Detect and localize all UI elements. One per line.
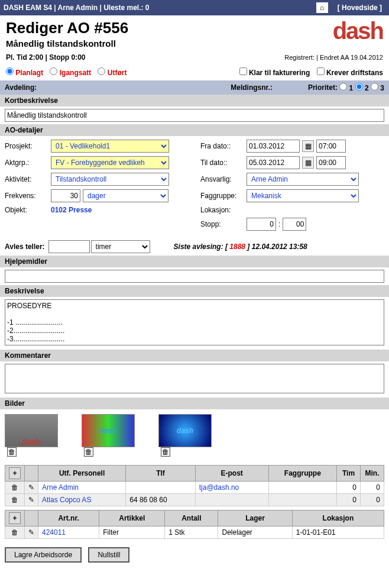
check-klar[interactable]: Klar til fakturering	[239, 69, 310, 77]
lagre-button[interactable]: Lagre Arbeidsorde	[5, 547, 82, 563]
frekvens-input[interactable]	[51, 189, 80, 202]
status-utfort[interactable]: Utført	[98, 69, 127, 77]
til-tid-input[interactable]	[316, 156, 346, 169]
avles-teller-label: Avles teller:	[5, 243, 45, 251]
aktivitet-select[interactable]: Tilstandskontroll	[51, 173, 169, 186]
kortbeskrivelse-input[interactable]	[5, 109, 384, 122]
edit-icon[interactable]: ✎	[25, 482, 38, 494]
frekvens-unit-select[interactable]: dager	[83, 189, 168, 202]
ao-detaljer-header: AO-detaljer	[0, 124, 389, 136]
aktivitet-label: Aktivitet:	[5, 175, 51, 183]
col-min: Min.	[361, 466, 384, 482]
add-row-button[interactable]: +	[9, 512, 21, 524]
pri-3[interactable]: 3	[371, 83, 384, 92]
table-row: 🗑 ✎ Atlas Copco AS 64 86 08 60 0 0	[5, 494, 384, 506]
hovedside-link[interactable]: [ Hovedside ]	[334, 2, 385, 13]
trash-icon[interactable]: 🗑	[84, 447, 93, 457]
table-row: 🗑 ✎ 424011 Filter 1 Stk Delelager 1-01-0…	[5, 526, 384, 539]
image-thumbnail[interactable]: dash	[5, 414, 58, 447]
col-utf: Utf. Personell	[38, 466, 126, 482]
image-thumbnail[interactable]: dash	[82, 414, 135, 447]
col-lokasjon: Lokasjon	[292, 511, 384, 526]
artnr-link[interactable]: 424011	[38, 526, 99, 539]
audit-info: Registrert: | Endret AA 19.04.2012	[284, 54, 383, 61]
avdeling-label: Avdeling:	[5, 83, 37, 92]
page-subtitle: Månedlig tilstandskontroll	[6, 38, 333, 49]
col-tim: Tim	[337, 466, 361, 482]
person-name[interactable]: Arne Admin	[38, 482, 126, 494]
lokasjon-label: Lokasjon:	[200, 206, 247, 214]
pri-1[interactable]: 1	[339, 83, 353, 92]
col-faggruppe: Faggruppe	[268, 466, 336, 482]
pri-2[interactable]: 2	[355, 83, 369, 92]
ansvarlig-select[interactable]: Arne Admin	[247, 173, 359, 186]
fra-dato-label: Fra dato::	[200, 142, 247, 150]
bilder-header: Bilder	[0, 398, 389, 409]
trash-icon[interactable]: 🗑	[5, 526, 25, 539]
topbar-title: DASH EAM S4 | Arne Admin | Uleste mel.: …	[4, 4, 150, 12]
avles-teller-input[interactable]	[48, 240, 90, 253]
kortbeskrivelse-header: Kortbeskrivelse	[0, 95, 389, 106]
trash-icon[interactable]: 🗑	[5, 482, 25, 494]
fra-dato-input[interactable]	[247, 140, 300, 153]
col-lager: Lager	[218, 511, 292, 526]
ansvarlig-label: Ansvarlig:	[200, 175, 247, 183]
home-icon[interactable]: ⌂	[316, 2, 328, 13]
col-antall: Antall	[165, 511, 218, 526]
stopp-label: Stopp:	[200, 220, 247, 228]
person-name[interactable]: Atlas Copco AS	[38, 494, 126, 506]
logo: dash	[333, 19, 383, 43]
hjelpemidler-header: Hjelpemidler	[0, 256, 389, 267]
time-info: Pl. Tid 2:00 | Stopp 0:00	[6, 53, 86, 62]
aktgrp-select[interactable]: FV - Forebyggende vedlikeh	[51, 156, 169, 169]
faggruppe-select[interactable]: Mekanisk	[247, 189, 359, 202]
nullstill-button[interactable]: Nullstill	[88, 547, 129, 563]
artikkel-table: + Art.nr. Artikkel Antall Lager Lokasjon…	[5, 510, 384, 539]
stopp-h-input[interactable]	[247, 218, 276, 231]
kommentarer-textarea[interactable]	[5, 364, 384, 393]
calendar-icon[interactable]: ▦	[302, 157, 314, 169]
personell-table: + Utf. Personell Tlf E-post Faggruppe Ti…	[5, 465, 384, 506]
trash-icon[interactable]: 🗑	[5, 494, 25, 506]
stopp-m-input[interactable]	[283, 218, 306, 231]
til-dato-label: Til dato::	[200, 159, 247, 167]
edit-icon[interactable]: ✎	[25, 494, 38, 506]
fra-tid-input[interactable]	[316, 140, 346, 153]
stopp-sep: :	[278, 220, 280, 228]
col-artikkel: Artikkel	[99, 511, 165, 526]
objekt-link[interactable]: 0102 Presse	[51, 206, 92, 214]
status-planlagt[interactable]: Planlagt	[6, 69, 43, 77]
calendar-icon[interactable]: ▦	[302, 140, 314, 152]
status-igangsatt[interactable]: Igangsatt	[50, 69, 91, 77]
siste-avlesing: Siste avlesing: [ 1888 ] 12.04.2012 13:5…	[174, 243, 307, 251]
prosjekt-select[interactable]: 01 - Vedlikehold1	[51, 140, 169, 153]
add-row-button[interactable]: +	[9, 467, 21, 479]
objekt-label: Objekt:	[5, 206, 51, 214]
person-email[interactable]: tja@dash.no	[195, 482, 268, 494]
trash-icon[interactable]: 🗑	[161, 447, 170, 457]
frekvens-label: Frekvens:	[5, 192, 51, 200]
check-krever[interactable]: Krever driftstans	[317, 69, 383, 77]
prioritet-label: Prioritet:	[308, 83, 338, 92]
trash-icon[interactable]: 🗑	[7, 447, 17, 457]
col-tlf: Tlf	[126, 466, 196, 482]
meldingsnr-label: Meldingsnr.:	[231, 83, 273, 92]
beskrivelse-header: Beskrivelse	[0, 285, 389, 297]
col-epost: E-post	[195, 466, 268, 482]
kommentarer-header: Kommentarer	[0, 350, 389, 361]
avles-unit-select[interactable]: timer	[91, 240, 150, 253]
faggruppe-label: Faggruppe:	[200, 192, 247, 200]
til-dato-input[interactable]	[247, 156, 300, 169]
col-artnr: Art.nr.	[38, 511, 99, 526]
aktgrp-label: Aktgrp.:	[5, 159, 51, 167]
page-title: Rediger AO #556	[6, 19, 333, 37]
edit-icon[interactable]: ✎	[25, 526, 38, 539]
beskrivelse-textarea[interactable]: PROSEDYRE -1 ........................ -2…	[5, 299, 384, 345]
prosjekt-label: Prosjekt:	[5, 142, 51, 150]
hjelpemidler-input[interactable]	[5, 270, 384, 283]
image-thumbnail[interactable]: dash	[158, 414, 212, 447]
table-row: 🗑 ✎ Arne Admin tja@dash.no 0 0	[5, 482, 384, 494]
